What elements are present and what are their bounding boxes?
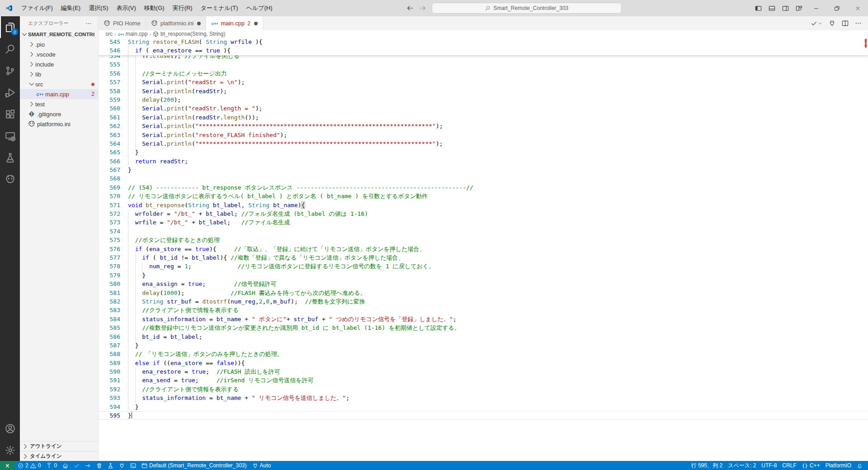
- code-line-584[interactable]: 584status_information = bt_name + " ボタンに…: [99, 315, 868, 323]
- code-line-571[interactable]: 571void bt_response(String bt_label, Str…: [99, 201, 868, 209]
- code-line-565[interactable]: 565}: [99, 148, 868, 157]
- toggle-panel-button[interactable]: [765, 0, 778, 16]
- remote-indicator[interactable]: [0, 461, 15, 470]
- eol-status[interactable]: CRLF: [779, 461, 799, 470]
- code-line-586[interactable]: 586bt_id = bt_label;: [99, 332, 868, 341]
- tree-item-gitignore[interactable]: .gitignore: [20, 109, 98, 119]
- restore-button[interactable]: [826, 0, 847, 16]
- notifications-button[interactable]: [854, 461, 865, 470]
- activitybar-accounts[interactable]: [0, 418, 20, 439]
- tab-pio-home[interactable]: PIO Home: [99, 16, 146, 30]
- tree-root-folder[interactable]: SMART_REMOTE_CONTRO...: [20, 29, 98, 39]
- indentation-status[interactable]: スペース: 2: [725, 461, 759, 470]
- code-line-573[interactable]: 573wrfile = "/bt_" + bt_label; //ファイル名生成: [99, 218, 868, 227]
- pio-test-button[interactable]: [105, 461, 116, 470]
- breadcrumb-symbol[interactable]: bt_response(String, String): [160, 31, 225, 37]
- code-line-560[interactable]: 560Serial.print("readStr.length = ");: [99, 104, 868, 113]
- more-actions-icon[interactable]: [855, 20, 862, 27]
- code-line-566[interactable]: 566return readStr;: [99, 157, 868, 166]
- code-line-575[interactable]: 575//ボタンに登録するときの処理: [99, 236, 868, 244]
- code-line-569[interactable]: 569// (54) ------------ bt_response ボタンレ…: [99, 183, 868, 192]
- code-line-595[interactable]: 595}: [99, 411, 868, 420]
- activitybar-settings[interactable]: [0, 439, 20, 461]
- run-task-button[interactable]: [811, 20, 822, 27]
- code-line-580[interactable]: 580ena_assign = true; //信号登録許可: [99, 280, 868, 288]
- overview-ruler[interactable]: [863, 38, 868, 461]
- pio-serial-monitor-button[interactable]: [116, 461, 127, 470]
- tree-item-pio[interactable]: .pio: [20, 39, 98, 49]
- code-line-555[interactable]: 555: [99, 60, 868, 69]
- code-line-577[interactable]: 577if ( bt_id != bt_label){ //複数「登録」で異なる…: [99, 253, 868, 262]
- pio-home-button[interactable]: [60, 461, 71, 470]
- menu-edit[interactable]: 編集(E): [57, 3, 85, 14]
- activitybar-search[interactable]: [0, 38, 20, 60]
- code-line-579[interactable]: 579}: [99, 271, 868, 280]
- code-line-578[interactable]: 578num_reg = 1; //リモコン送信ボタンに登録するリモコン信号の数…: [99, 262, 868, 271]
- code-line-588[interactable]: 588// 「リモコン送信」ボタンのみを押したときの処理。: [99, 350, 868, 358]
- tree-item-include[interactable]: include: [20, 59, 98, 69]
- code-line-561[interactable]: 561Serial.println(readStr.length());: [99, 113, 868, 122]
- code-line-574[interactable]: 574: [99, 227, 868, 236]
- code-line-546[interactable]: 546if ( ena_restore == true ){: [99, 46, 868, 55]
- code-line-567[interactable]: 567}: [99, 166, 868, 174]
- code-line-591[interactable]: 591ena_send = true; //irSend リモコン信号送信を許可: [99, 376, 868, 385]
- toggle-primary-sidebar-button[interactable]: [751, 0, 765, 16]
- code-line-559[interactable]: 559delay(200);: [99, 95, 868, 104]
- split-editor-icon[interactable]: [842, 20, 849, 27]
- pio-clean-button[interactable]: [94, 461, 105, 470]
- command-center-search[interactable]: Smart_Remote_Controller_303: [432, 3, 622, 14]
- pio-env-selector[interactable]: Default (Smart_Remote_Controller_303): [139, 461, 249, 470]
- history-back-icon[interactable]: [406, 5, 414, 12]
- dirty-dot-icon[interactable]: [197, 22, 201, 25]
- pio-remote-status[interactable]: 0: [43, 461, 60, 470]
- pio-upload-button[interactable]: [82, 461, 94, 470]
- menu-go[interactable]: 移動(G): [140, 3, 169, 14]
- more-actions-icon[interactable]: [85, 20, 92, 27]
- code-line-558[interactable]: 558Serial.println(readStr);: [99, 87, 868, 95]
- tab-platformio-ini[interactable]: platformio.ini: [146, 16, 207, 30]
- pio-port-selector[interactable]: Auto: [250, 461, 274, 470]
- tree-item-main-cpp[interactable]: C++ main.cpp 2: [20, 89, 98, 99]
- breadcrumb-main-cpp[interactable]: main.cpp: [126, 31, 148, 37]
- language-mode-status[interactable]: {} C++: [799, 461, 823, 470]
- menu-terminal[interactable]: ターミナル(T): [197, 3, 242, 14]
- code-line-563[interactable]: 563Serial.println("restore_FLASH finishe…: [99, 131, 868, 139]
- code-line-557[interactable]: 557Serial.print("readStr = \n");: [99, 78, 868, 86]
- tree-item-platformio-ini[interactable]: platformio.ini: [20, 119, 98, 129]
- cursor-position-status[interactable]: 行 595、列 2: [689, 461, 725, 470]
- code-line-582[interactable]: 582String str_buf = dtostrf(num_reg,2,0,…: [99, 297, 868, 306]
- close-button[interactable]: [847, 0, 868, 16]
- sticky-scroll[interactable]: 545String restore_FLASH( String wrfile )…: [99, 38, 868, 56]
- pio-build-button[interactable]: [71, 461, 82, 470]
- timeline-section[interactable]: タイムライン: [20, 451, 98, 461]
- code-line-583[interactable]: 583//クライアント側で情報を表示する: [99, 306, 868, 314]
- activitybar-platformio[interactable]: [0, 168, 20, 190]
- menu-selection[interactable]: 選択(S): [85, 3, 112, 14]
- customize-layout-button[interactable]: [792, 0, 806, 16]
- tab-main-cpp[interactable]: C++ main.cpp 2: [206, 16, 263, 30]
- menu-help[interactable]: ヘルプ(H): [242, 3, 277, 14]
- outline-section[interactable]: アウトライン: [20, 441, 98, 451]
- code-line-564[interactable]: 564Serial.println("*********************…: [99, 139, 868, 148]
- tree-item-vscode[interactable]: .vscode: [20, 49, 98, 59]
- menu-run[interactable]: 実行(R): [169, 3, 197, 14]
- pio-terminal-button[interactable]: [127, 461, 139, 470]
- code-line-590[interactable]: 590ena_restore = true; //FLASH 読出しを許可: [99, 367, 868, 376]
- code-line-576[interactable]: 576if (ena_store == true){ //「取込」、「登録」に続…: [99, 245, 868, 253]
- breadcrumb-src[interactable]: src: [105, 31, 113, 37]
- tree-item-lib[interactable]: lib: [20, 69, 98, 79]
- tree-item-test[interactable]: test: [20, 99, 98, 109]
- code-line-556[interactable]: 556//ターミナルにメッセージ出力: [99, 69, 868, 78]
- code-line-594[interactable]: 594}: [99, 403, 868, 411]
- dirty-dot-icon[interactable]: [254, 22, 258, 25]
- code-line-585[interactable]: 585//複数登録中にリモコン送信ボタンが変更されたか識別用 bt_id に b…: [99, 323, 868, 332]
- history-forward-icon[interactable]: [419, 5, 426, 12]
- activitybar-remote-explorer[interactable]: [0, 125, 20, 147]
- code-line-593[interactable]: 593status_information = bt_name + " リモコン…: [99, 394, 868, 402]
- activitybar-explorer[interactable]: 2: [0, 16, 20, 38]
- activitybar-source-control[interactable]: [0, 60, 20, 81]
- menu-file[interactable]: ファイル(F): [17, 3, 57, 14]
- platformio-status[interactable]: PlatformIO: [823, 461, 854, 470]
- problems-status[interactable]: 2 0: [15, 461, 43, 470]
- encoding-status[interactable]: UTF-8: [759, 461, 779, 470]
